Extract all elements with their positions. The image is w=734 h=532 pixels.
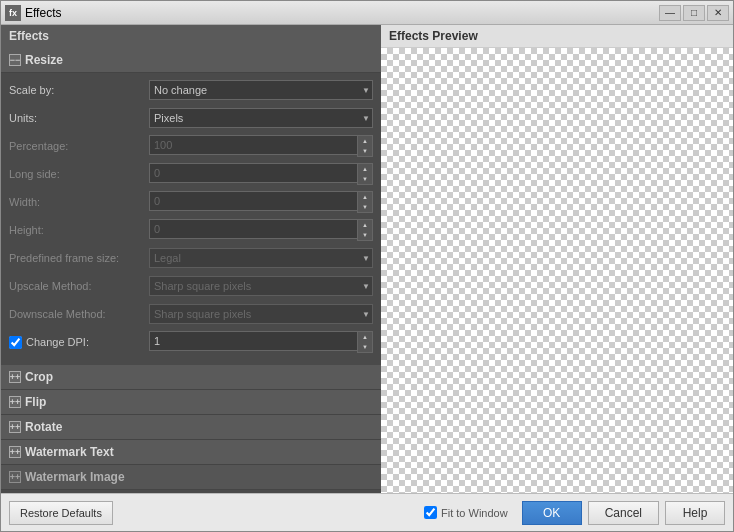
minimize-button[interactable]: — [659, 5, 681, 21]
width-up-btn[interactable]: ▲ [358, 192, 372, 202]
width-down-btn[interactable]: ▼ [358, 202, 372, 212]
resize-section-header[interactable]: − Resize [1, 48, 381, 73]
predefined-frame-label: Predefined frame size: [9, 252, 149, 264]
percentage-spinbox-btns: ▲ ▼ [357, 135, 373, 157]
crop-section-label: Crop [25, 370, 53, 384]
resize-section-label: Resize [25, 53, 63, 67]
scale-by-select-wrapper: No change Scale by percentage Scale to l… [149, 80, 373, 100]
upscale-method-label: Upscale Method: [9, 280, 149, 292]
scale-by-label: Scale by: [9, 84, 149, 96]
effects-window: fx Effects — □ ✕ Effects Effects Preview… [0, 0, 734, 532]
bottom-left: Restore Defaults [9, 501, 113, 525]
right-panel [381, 48, 733, 493]
percentage-spinbox: ▲ ▼ [149, 135, 373, 157]
height-label: Height: [9, 224, 149, 236]
units-label: Units: [9, 112, 149, 124]
width-input[interactable] [149, 191, 357, 211]
long-side-down-btn[interactable]: ▼ [358, 174, 372, 184]
scale-by-select[interactable]: No change Scale by percentage Scale to l… [149, 80, 373, 100]
watermark-text-expand-icon: + [9, 446, 21, 458]
content-area: − Resize Scale by: No change Scale by pe… [1, 48, 733, 493]
percentage-down-btn[interactable]: ▼ [358, 146, 372, 156]
upscale-method-control: Sharp square pixels Bilinear Bicubic [149, 276, 373, 296]
left-panel-header: Effects [1, 25, 381, 48]
predefined-frame-select[interactable]: Legal A4 Letter [149, 248, 373, 268]
height-spinbox: ▲ ▼ [149, 219, 373, 241]
percentage-up-btn[interactable]: ▲ [358, 136, 372, 146]
scale-by-control: No change Scale by percentage Scale to l… [149, 80, 373, 100]
change-dpi-up-btn[interactable]: ▲ [358, 332, 372, 342]
rotate-section-header[interactable]: + Rotate [1, 415, 381, 440]
units-control: Pixels Inches Centimeters Millimeters [149, 108, 373, 128]
height-spinbox-btns: ▲ ▼ [357, 219, 373, 241]
height-input[interactable] [149, 219, 357, 239]
restore-button[interactable]: □ [683, 5, 705, 21]
long-side-input[interactable] [149, 163, 357, 183]
units-select-wrapper: Pixels Inches Centimeters Millimeters [149, 108, 373, 128]
change-dpi-spinbox-btns: ▲ ▼ [357, 331, 373, 353]
watermark-text-section-label: Watermark Text [25, 445, 114, 459]
crop-section-header[interactable]: + Crop [1, 365, 381, 390]
watermark-image-section-header[interactable]: + Watermark Image [1, 465, 381, 490]
height-control: ▲ ▼ [149, 219, 373, 241]
bottom-right: Fit to Window OK Cancel Help [121, 501, 725, 525]
fit-to-window-text: Fit to Window [441, 507, 508, 519]
title-bar-text: Effects [25, 6, 659, 20]
downscale-method-select-wrapper: Sharp square pixels Bilinear Bicubic [149, 304, 373, 324]
right-panel-header: Effects Preview [381, 25, 733, 48]
close-button[interactable]: ✕ [707, 5, 729, 21]
change-dpi-control: ▲ ▼ [149, 331, 373, 353]
flip-section-header[interactable]: + Flip [1, 390, 381, 415]
fit-to-window-label[interactable]: Fit to Window [424, 506, 508, 519]
title-bar-controls: — □ ✕ [659, 5, 729, 21]
long-side-spinbox: ▲ ▼ [149, 163, 373, 185]
downscale-method-control: Sharp square pixels Bilinear Bicubic [149, 304, 373, 324]
checkerboard-preview [381, 48, 733, 493]
long-side-label: Long side: [9, 168, 149, 180]
resize-expand-icon: − [9, 54, 21, 66]
width-spinbox-btns: ▲ ▼ [357, 191, 373, 213]
bottom-bar: Restore Defaults Fit to Window OK Cancel… [1, 493, 733, 531]
upscale-method-select-wrapper: Sharp square pixels Bilinear Bicubic [149, 276, 373, 296]
height-down-btn[interactable]: ▼ [358, 230, 372, 240]
crop-expand-icon: + [9, 371, 21, 383]
upscale-method-row: Upscale Method: Sharp square pixels Bili… [9, 275, 373, 297]
watermark-image-section-label: Watermark Image [25, 470, 125, 484]
ok-button[interactable]: OK [522, 501, 582, 525]
long-side-up-btn[interactable]: ▲ [358, 164, 372, 174]
watermark-text-section-header[interactable]: + Watermark Text [1, 440, 381, 465]
percentage-row: Percentage: ▲ ▼ [9, 135, 373, 157]
change-dpi-down-btn[interactable]: ▼ [358, 342, 372, 352]
scale-by-row: Scale by: No change Scale by percentage … [9, 79, 373, 101]
height-up-btn[interactable]: ▲ [358, 220, 372, 230]
fit-to-window-checkbox[interactable] [424, 506, 437, 519]
change-dpi-input[interactable] [149, 331, 357, 351]
percentage-input[interactable] [149, 135, 357, 155]
change-dpi-checkbox[interactable] [9, 336, 22, 349]
change-dpi-row: Change DPI: ▲ ▼ [9, 331, 373, 353]
downscale-method-row: Downscale Method: Sharp square pixels Bi… [9, 303, 373, 325]
predefined-frame-select-wrapper: Legal A4 Letter [149, 248, 373, 268]
long-side-spinbox-btns: ▲ ▼ [357, 163, 373, 185]
rotate-expand-icon: + [9, 421, 21, 433]
width-spinbox: ▲ ▼ [149, 191, 373, 213]
restore-defaults-button[interactable]: Restore Defaults [9, 501, 113, 525]
percentage-label: Percentage: [9, 140, 149, 152]
change-dpi-spinbox: ▲ ▼ [149, 331, 373, 353]
left-scroll[interactable]: − Resize Scale by: No change Scale by pe… [1, 48, 381, 493]
upscale-method-select[interactable]: Sharp square pixels Bilinear Bicubic [149, 276, 373, 296]
title-bar: fx Effects — □ ✕ [1, 1, 733, 25]
units-select[interactable]: Pixels Inches Centimeters Millimeters [149, 108, 373, 128]
downscale-method-select[interactable]: Sharp square pixels Bilinear Bicubic [149, 304, 373, 324]
long-side-row: Long side: ▲ ▼ [9, 163, 373, 185]
resize-section-content: Scale by: No change Scale by percentage … [1, 73, 381, 365]
width-row: Width: ▲ ▼ [9, 191, 373, 213]
help-button[interactable]: Help [665, 501, 725, 525]
percentage-control: ▲ ▼ [149, 135, 373, 157]
app-icon: fx [5, 5, 21, 21]
cancel-button[interactable]: Cancel [588, 501, 659, 525]
long-side-control: ▲ ▼ [149, 163, 373, 185]
flip-section-label: Flip [25, 395, 46, 409]
width-control: ▲ ▼ [149, 191, 373, 213]
units-row: Units: Pixels Inches Centimeters Millime… [9, 107, 373, 129]
